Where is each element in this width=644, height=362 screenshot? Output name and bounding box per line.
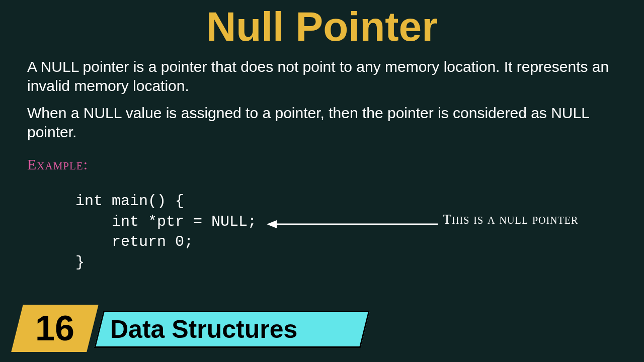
lesson-number-badge: 16 (11, 305, 98, 352)
definition-paragraph-2: When a NULL value is assigned to a point… (27, 104, 617, 141)
example-heading: Example: (27, 156, 88, 173)
definition-paragraph-1: A NULL pointer is a pointer that does no… (27, 57, 617, 95)
arrow-icon (267, 219, 438, 229)
slide-title: Null Pointer (0, 3, 644, 50)
callout-text: This is a null pointer (443, 211, 578, 227)
code-sample: int main() { int *ptr = NULL; return 0; … (75, 191, 257, 273)
topic-badge: Data Structures (94, 311, 370, 348)
topic-label: Data Structures (100, 312, 364, 346)
lesson-number: 16 (17, 305, 93, 352)
svg-marker-1 (267, 220, 277, 228)
